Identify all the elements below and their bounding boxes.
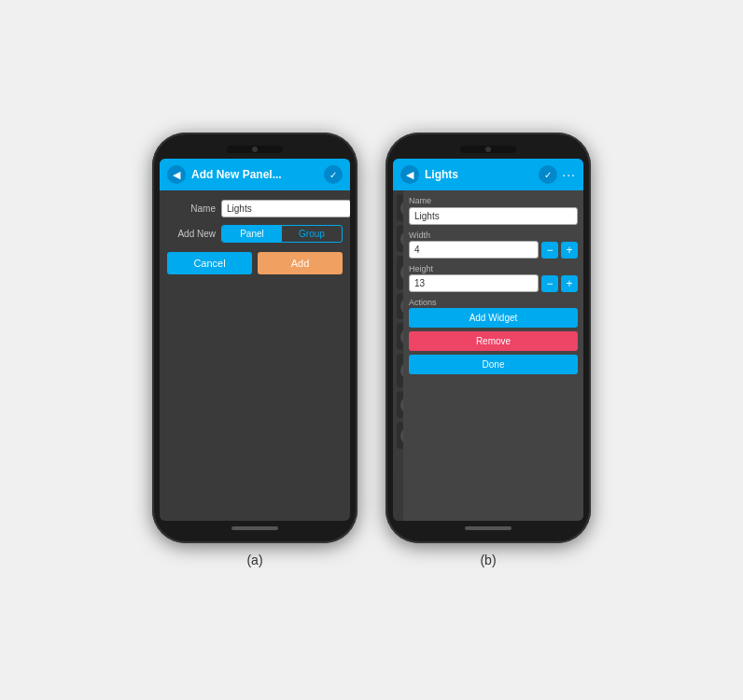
list-item[interactable]: Terrace 1 OFF [397, 422, 403, 449]
name-input[interactable] [221, 200, 350, 217]
panel-list: Bathroom 1 A OFF Bathroom 1 OFF [393, 190, 403, 521]
phone-a-header: ◀ Add New Panel... ✓ [160, 159, 350, 190]
settings-actions-section: Actions Add Widget Remove Done [409, 298, 578, 374]
settings-panel: Name Width − + Height [403, 190, 583, 521]
check-icon-b: ✓ [544, 170, 552, 180]
phone-b-header: ◀ Lights ✓ ··· [393, 159, 583, 190]
item-icon [400, 427, 403, 445]
item-icon [400, 230, 403, 248]
settings-width-section: Width − + [409, 231, 578, 259]
phone-b-screen: ◀ Lights ✓ ··· Bathroom 1 A [393, 159, 583, 521]
back-icon-b: ◀ [406, 169, 414, 181]
height-plus-button[interactable]: + [561, 275, 578, 292]
item-icon [400, 396, 403, 414]
add-new-row: Add New Panel Group [167, 225, 343, 243]
phone-a-wrapper: ◀ Add New Panel... ✓ Name Add New [152, 133, 357, 567]
actions-buttons: Add Widget Remove Done [409, 308, 578, 374]
phone-a-home-indicator [231, 526, 278, 530]
settings-name-section: Name [409, 196, 578, 225]
settings-name-label: Name [409, 196, 578, 205]
name-row: Name [167, 200, 343, 217]
list-item[interactable]: Bathroom 1 OFF [397, 225, 403, 252]
name-label: Name [167, 203, 216, 214]
page-container: ◀ Add New Panel... ✓ Name Add New [0, 0, 743, 700]
back-icon-a: ◀ [173, 169, 180, 181]
more-options-icon[interactable]: ··· [562, 167, 576, 182]
item-icon [400, 199, 403, 217]
list-item[interactable]: Bathroom 1 A OFF [397, 194, 403, 221]
group-toggle-btn[interactable]: Group [282, 226, 342, 242]
settings-height-label: Height [409, 264, 578, 273]
height-input[interactable] [409, 274, 539, 292]
list-item[interactable]: Up Bathroom 6 OFF [397, 354, 403, 387]
add-widget-button[interactable]: Add Widget [409, 308, 578, 328]
settings-name-input[interactable] [409, 207, 578, 225]
add-new-label: Add New [167, 229, 216, 239]
width-input[interactable] [409, 241, 539, 259]
settings-width-label: Width [409, 231, 578, 240]
phone-a-notch [227, 146, 283, 153]
phone-a-content: Name Add New Panel Group Cancel Add [160, 190, 350, 521]
width-number-row: − + [409, 241, 578, 259]
list-item[interactable]: Utility 4 OFF [397, 323, 403, 350]
list-item[interactable]: Great Hall OFF [397, 391, 403, 418]
phone-a-label: (a) [246, 553, 262, 567]
header-title-b: Lights [425, 168, 539, 181]
check-button-a[interactable]: ✓ [324, 165, 343, 184]
item-icon [400, 297, 403, 315]
height-number-row: − + [409, 274, 578, 292]
panel-toggle-btn[interactable]: Panel [222, 226, 282, 242]
add-button[interactable]: Add [258, 252, 343, 274]
phone-b-notch [460, 146, 516, 153]
header-title-a: Add New Panel... [191, 168, 324, 181]
cancel-button[interactable]: Cancel [167, 252, 252, 274]
back-button-a[interactable]: ◀ [167, 165, 186, 184]
phone-b-label: (b) [480, 553, 496, 567]
phone-b-home-indicator [465, 526, 512, 530]
width-plus-button[interactable]: + [561, 242, 578, 259]
done-button[interactable]: Done [409, 355, 578, 374]
list-item[interactable]: Kitchen OFF [397, 293, 403, 319]
settings-actions-label: Actions [409, 298, 578, 307]
back-button-b[interactable]: ◀ [400, 165, 419, 184]
settings-height-section: Height − + [409, 264, 578, 292]
phone-b: ◀ Lights ✓ ··· Bathroom 1 A [386, 133, 591, 543]
item-icon [400, 361, 403, 380]
check-icon-a: ✓ [329, 170, 337, 180]
list-item[interactable]: Down Bathroom 4 OFF [397, 256, 403, 289]
phone-b-body: Bathroom 1 A OFF Bathroom 1 OFF [393, 190, 583, 521]
toggle-group: Panel Group [221, 225, 343, 243]
phone-a: ◀ Add New Panel... ✓ Name Add New [152, 133, 357, 543]
item-icon [400, 328, 403, 346]
phone-a-screen: ◀ Add New Panel... ✓ Name Add New [160, 159, 350, 521]
check-button-b[interactable]: ✓ [539, 165, 557, 184]
remove-button[interactable]: Remove [409, 331, 578, 351]
width-minus-button[interactable]: − [541, 242, 558, 259]
height-minus-button[interactable]: − [541, 275, 558, 292]
action-row: Cancel Add [167, 252, 343, 274]
phone-b-wrapper: ◀ Lights ✓ ··· Bathroom 1 A [386, 133, 591, 567]
item-icon [400, 263, 403, 282]
